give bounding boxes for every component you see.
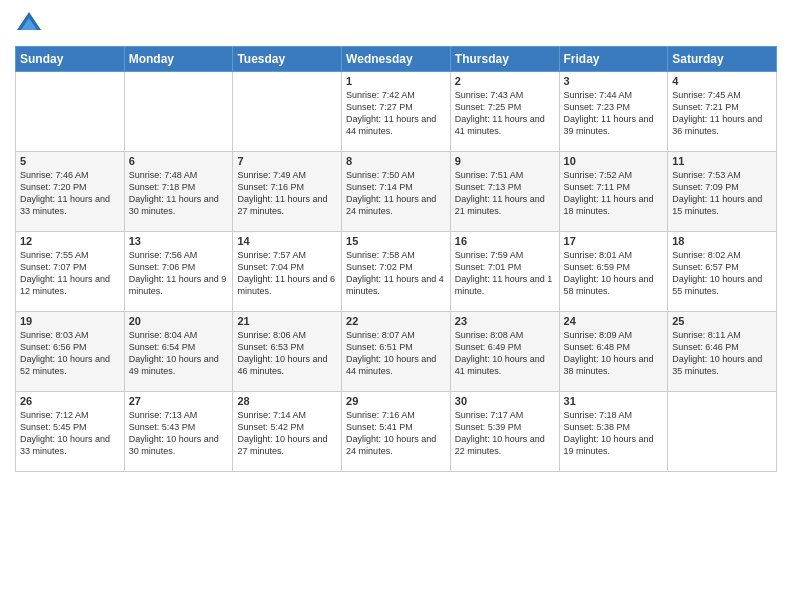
calendar-cell: 26Sunrise: 7:12 AM Sunset: 5:45 PM Dayli… [16,392,125,472]
day-number: 3 [564,75,664,87]
day-number: 28 [237,395,337,407]
day-info: Sunrise: 7:50 AM Sunset: 7:14 PM Dayligh… [346,169,446,218]
calendar-week-row: 19Sunrise: 8:03 AM Sunset: 6:56 PM Dayli… [16,312,777,392]
weekday-header-wednesday: Wednesday [342,47,451,72]
weekday-header-monday: Monday [124,47,233,72]
day-number: 19 [20,315,120,327]
day-number: 9 [455,155,555,167]
calendar-week-row: 12Sunrise: 7:55 AM Sunset: 7:07 PM Dayli… [16,232,777,312]
weekday-header-tuesday: Tuesday [233,47,342,72]
calendar: SundayMondayTuesdayWednesdayThursdayFrid… [15,46,777,472]
day-info: Sunrise: 8:04 AM Sunset: 6:54 PM Dayligh… [129,329,229,378]
day-info: Sunrise: 7:18 AM Sunset: 5:38 PM Dayligh… [564,409,664,458]
calendar-cell: 8Sunrise: 7:50 AM Sunset: 7:14 PM Daylig… [342,152,451,232]
day-number: 23 [455,315,555,327]
day-info: Sunrise: 8:11 AM Sunset: 6:46 PM Dayligh… [672,329,772,378]
day-number: 22 [346,315,446,327]
day-number: 29 [346,395,446,407]
calendar-cell [668,392,777,472]
day-info: Sunrise: 7:17 AM Sunset: 5:39 PM Dayligh… [455,409,555,458]
day-info: Sunrise: 7:49 AM Sunset: 7:16 PM Dayligh… [237,169,337,218]
calendar-cell: 22Sunrise: 8:07 AM Sunset: 6:51 PM Dayli… [342,312,451,392]
day-number: 20 [129,315,229,327]
day-number: 25 [672,315,772,327]
calendar-cell: 20Sunrise: 8:04 AM Sunset: 6:54 PM Dayli… [124,312,233,392]
weekday-header-row: SundayMondayTuesdayWednesdayThursdayFrid… [16,47,777,72]
weekday-header-friday: Friday [559,47,668,72]
calendar-cell: 16Sunrise: 7:59 AM Sunset: 7:01 PM Dayli… [450,232,559,312]
day-info: Sunrise: 7:46 AM Sunset: 7:20 PM Dayligh… [20,169,120,218]
calendar-cell: 7Sunrise: 7:49 AM Sunset: 7:16 PM Daylig… [233,152,342,232]
weekday-header-thursday: Thursday [450,47,559,72]
day-info: Sunrise: 7:13 AM Sunset: 5:43 PM Dayligh… [129,409,229,458]
day-info: Sunrise: 7:56 AM Sunset: 7:06 PM Dayligh… [129,249,229,298]
day-number: 14 [237,235,337,247]
calendar-cell: 24Sunrise: 8:09 AM Sunset: 6:48 PM Dayli… [559,312,668,392]
day-number: 31 [564,395,664,407]
day-info: Sunrise: 8:08 AM Sunset: 6:49 PM Dayligh… [455,329,555,378]
calendar-cell: 19Sunrise: 8:03 AM Sunset: 6:56 PM Dayli… [16,312,125,392]
day-number: 18 [672,235,772,247]
calendar-week-row: 26Sunrise: 7:12 AM Sunset: 5:45 PM Dayli… [16,392,777,472]
day-number: 27 [129,395,229,407]
calendar-cell: 1Sunrise: 7:42 AM Sunset: 7:27 PM Daylig… [342,72,451,152]
logo-icon [15,10,43,38]
day-info: Sunrise: 8:06 AM Sunset: 6:53 PM Dayligh… [237,329,337,378]
day-info: Sunrise: 8:03 AM Sunset: 6:56 PM Dayligh… [20,329,120,378]
calendar-cell: 11Sunrise: 7:53 AM Sunset: 7:09 PM Dayli… [668,152,777,232]
calendar-cell: 15Sunrise: 7:58 AM Sunset: 7:02 PM Dayli… [342,232,451,312]
day-number: 1 [346,75,446,87]
day-info: Sunrise: 7:48 AM Sunset: 7:18 PM Dayligh… [129,169,229,218]
calendar-cell: 17Sunrise: 8:01 AM Sunset: 6:59 PM Dayli… [559,232,668,312]
page: SundayMondayTuesdayWednesdayThursdayFrid… [0,0,792,612]
calendar-cell: 23Sunrise: 8:08 AM Sunset: 6:49 PM Dayli… [450,312,559,392]
day-number: 11 [672,155,772,167]
calendar-cell: 14Sunrise: 7:57 AM Sunset: 7:04 PM Dayli… [233,232,342,312]
day-number: 26 [20,395,120,407]
calendar-cell: 25Sunrise: 8:11 AM Sunset: 6:46 PM Dayli… [668,312,777,392]
day-number: 8 [346,155,446,167]
day-info: Sunrise: 7:53 AM Sunset: 7:09 PM Dayligh… [672,169,772,218]
day-number: 21 [237,315,337,327]
weekday-header-saturday: Saturday [668,47,777,72]
day-info: Sunrise: 8:09 AM Sunset: 6:48 PM Dayligh… [564,329,664,378]
logo [15,10,47,38]
calendar-cell: 12Sunrise: 7:55 AM Sunset: 7:07 PM Dayli… [16,232,125,312]
day-number: 10 [564,155,664,167]
day-info: Sunrise: 7:59 AM Sunset: 7:01 PM Dayligh… [455,249,555,298]
day-number: 24 [564,315,664,327]
day-number: 6 [129,155,229,167]
day-info: Sunrise: 7:57 AM Sunset: 7:04 PM Dayligh… [237,249,337,298]
day-info: Sunrise: 7:42 AM Sunset: 7:27 PM Dayligh… [346,89,446,138]
day-number: 17 [564,235,664,247]
day-info: Sunrise: 7:14 AM Sunset: 5:42 PM Dayligh… [237,409,337,458]
calendar-cell: 28Sunrise: 7:14 AM Sunset: 5:42 PM Dayli… [233,392,342,472]
day-info: Sunrise: 8:01 AM Sunset: 6:59 PM Dayligh… [564,249,664,298]
calendar-cell: 6Sunrise: 7:48 AM Sunset: 7:18 PM Daylig… [124,152,233,232]
day-info: Sunrise: 7:12 AM Sunset: 5:45 PM Dayligh… [20,409,120,458]
day-info: Sunrise: 7:45 AM Sunset: 7:21 PM Dayligh… [672,89,772,138]
calendar-cell: 30Sunrise: 7:17 AM Sunset: 5:39 PM Dayli… [450,392,559,472]
calendar-cell: 18Sunrise: 8:02 AM Sunset: 6:57 PM Dayli… [668,232,777,312]
day-info: Sunrise: 7:55 AM Sunset: 7:07 PM Dayligh… [20,249,120,298]
calendar-cell: 21Sunrise: 8:06 AM Sunset: 6:53 PM Dayli… [233,312,342,392]
calendar-cell: 5Sunrise: 7:46 AM Sunset: 7:20 PM Daylig… [16,152,125,232]
day-number: 15 [346,235,446,247]
calendar-cell: 29Sunrise: 7:16 AM Sunset: 5:41 PM Dayli… [342,392,451,472]
day-number: 7 [237,155,337,167]
day-info: Sunrise: 7:43 AM Sunset: 7:25 PM Dayligh… [455,89,555,138]
day-info: Sunrise: 8:07 AM Sunset: 6:51 PM Dayligh… [346,329,446,378]
day-info: Sunrise: 8:02 AM Sunset: 6:57 PM Dayligh… [672,249,772,298]
calendar-cell: 10Sunrise: 7:52 AM Sunset: 7:11 PM Dayli… [559,152,668,232]
weekday-header-sunday: Sunday [16,47,125,72]
calendar-cell: 31Sunrise: 7:18 AM Sunset: 5:38 PM Dayli… [559,392,668,472]
calendar-cell [16,72,125,152]
day-info: Sunrise: 7:44 AM Sunset: 7:23 PM Dayligh… [564,89,664,138]
day-info: Sunrise: 7:51 AM Sunset: 7:13 PM Dayligh… [455,169,555,218]
calendar-cell: 3Sunrise: 7:44 AM Sunset: 7:23 PM Daylig… [559,72,668,152]
calendar-cell: 13Sunrise: 7:56 AM Sunset: 7:06 PM Dayli… [124,232,233,312]
header [15,10,777,38]
day-number: 4 [672,75,772,87]
day-number: 16 [455,235,555,247]
day-number: 12 [20,235,120,247]
